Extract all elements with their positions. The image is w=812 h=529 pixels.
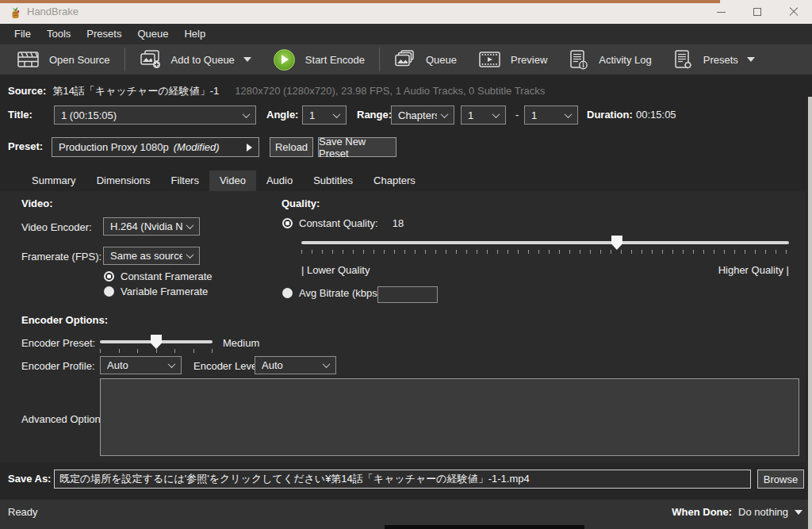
advanced-options-label: Advanced Options: bbox=[21, 413, 109, 425]
minimize-button[interactable] bbox=[703, 0, 739, 24]
chevron-down-icon bbox=[441, 110, 449, 118]
window-title: HandBrake bbox=[27, 0, 79, 24]
add-to-queue-button[interactable]: Add to Queue bbox=[128, 44, 262, 75]
constant-quality-radio[interactable]: Constant Quality: 18 bbox=[282, 217, 404, 229]
reload-button[interactable]: Reload bbox=[270, 137, 313, 157]
preset-select[interactable]: Production Proxy 1080p (Modified) bbox=[52, 137, 259, 157]
open-source-button[interactable]: Open Source bbox=[6, 44, 121, 75]
preview-button[interactable]: Preview bbox=[468, 44, 558, 75]
add-to-queue-label: Add to Queue bbox=[171, 54, 235, 66]
presets-dropdown-icon[interactable] bbox=[747, 57, 755, 62]
toolbar-separator bbox=[379, 48, 380, 71]
quality-slider-ticks bbox=[301, 250, 790, 254]
encoder-preset-slider-thumb[interactable] bbox=[151, 335, 162, 349]
encoder-level-label: Encoder Level: bbox=[193, 360, 262, 372]
menu-help[interactable]: Help bbox=[176, 24, 213, 44]
source-details: 1280x720 (1280x720), 23.98 FPS, 1 Audio … bbox=[235, 85, 545, 97]
add-to-queue-dropdown-icon[interactable] bbox=[243, 57, 251, 62]
menu-tools[interactable]: Tools bbox=[39, 24, 79, 44]
when-done-value: Do nothing bbox=[738, 506, 788, 518]
angle-select[interactable]: 1 bbox=[302, 105, 347, 125]
encoder-preset-value: Medium bbox=[223, 337, 259, 349]
tab-dimensions[interactable]: Dimensions bbox=[86, 171, 161, 191]
queue-button[interactable]: Queue bbox=[383, 44, 468, 75]
menubar: File Tools Presets Queue Help bbox=[0, 24, 812, 44]
source-label: Source: bbox=[8, 85, 46, 97]
log-document-icon bbox=[569, 50, 588, 70]
expand-right-icon bbox=[247, 144, 252, 151]
queue-label: Queue bbox=[426, 54, 457, 66]
save-new-preset-button[interactable]: Save New Preset bbox=[318, 137, 396, 157]
play-icon bbox=[274, 49, 295, 71]
variable-framerate-radio[interactable]: Variable Framerate bbox=[104, 286, 208, 297]
presets-button[interactable]: Presets bbox=[663, 44, 766, 75]
encoder-profile-select[interactable]: Auto bbox=[100, 356, 182, 374]
framerate-select[interactable]: Same as source bbox=[103, 247, 200, 265]
range-type-select[interactable]: Chapters bbox=[391, 105, 454, 125]
range-to-select[interactable]: 1 bbox=[524, 105, 578, 125]
chevron-down-icon bbox=[492, 110, 500, 118]
tab-subtitles[interactable]: Subtitles bbox=[303, 171, 363, 191]
save-as-input[interactable] bbox=[54, 470, 751, 489]
menu-presets[interactable]: Presets bbox=[79, 24, 129, 44]
film-slate-icon bbox=[17, 51, 39, 68]
quality-section-header: Quality: bbox=[282, 197, 320, 209]
constant-framerate-radio[interactable]: Constant Framerate bbox=[104, 270, 213, 282]
activity-log-button[interactable]: Activity Log bbox=[558, 44, 662, 75]
when-done-control[interactable]: When Done: Do nothing bbox=[672, 506, 802, 518]
range-from-select[interactable]: 1 bbox=[461, 105, 506, 125]
tab-chapters[interactable]: Chapters bbox=[363, 171, 426, 191]
avg-bitrate-radio[interactable]: Avg Bitrate (kbps): bbox=[282, 287, 384, 299]
higher-quality-label: Higher Quality | bbox=[714, 264, 789, 276]
radio-unselected-icon bbox=[282, 288, 293, 298]
title-select[interactable]: 1 (00:15:05) bbox=[54, 105, 256, 125]
source-row: Source: 第14話「キャッチャーの経験値」-1 1280x720 (128… bbox=[8, 84, 801, 98]
chevron-down-icon bbox=[323, 360, 331, 368]
tab-audio[interactable]: Audio bbox=[256, 171, 303, 191]
encoder-level-select[interactable]: Auto bbox=[255, 356, 336, 374]
video-tab-panel: Video: Video Encoder: H.264 (Nvidia NVEr… bbox=[0, 191, 806, 462]
start-encode-label: Start Encode bbox=[305, 54, 365, 66]
tab-video[interactable]: Video bbox=[209, 171, 256, 191]
menu-file[interactable]: File bbox=[6, 24, 39, 44]
right-edge-scrollbar[interactable] bbox=[808, 97, 812, 529]
save-as-label: Save As: bbox=[8, 470, 51, 489]
film-play-icon bbox=[479, 51, 500, 68]
tab-filters[interactable]: Filters bbox=[161, 171, 209, 191]
preview-label: Preview bbox=[511, 54, 547, 66]
lower-quality-label: | Lower Quality bbox=[301, 264, 370, 276]
video-encoder-label: Video Encoder: bbox=[21, 221, 92, 233]
quality-slider-thumb[interactable] bbox=[611, 236, 622, 250]
handbrake-window: HandBrake File Tools Presets Queue Help … bbox=[0, 0, 812, 529]
encoder-options-header: Encoder Options: bbox=[21, 314, 108, 326]
minimize-icon bbox=[717, 12, 726, 13]
maximize-button[interactable] bbox=[739, 0, 776, 24]
advanced-options-input[interactable] bbox=[100, 378, 799, 456]
chevron-down-icon bbox=[168, 360, 176, 368]
maximize-icon bbox=[753, 8, 761, 16]
menu-queue[interactable]: Queue bbox=[129, 24, 176, 44]
tab-summary[interactable]: Summary bbox=[21, 171, 86, 191]
start-encode-button[interactable]: Start Encode bbox=[262, 44, 376, 75]
tabstrip: Summary Dimensions Filters Video Audio S… bbox=[0, 171, 812, 191]
video-encoder-select[interactable]: H.264 (Nvidia NVEr bbox=[103, 217, 200, 236]
avg-bitrate-input[interactable] bbox=[377, 286, 438, 303]
open-source-label: Open Source bbox=[49, 54, 110, 66]
quality-slider[interactable] bbox=[301, 241, 789, 244]
encoder-preset-slider[interactable] bbox=[100, 340, 213, 343]
title-label: Title: bbox=[8, 105, 33, 125]
taskbar-sliver bbox=[385, 525, 584, 529]
activity-log-label: Activity Log bbox=[599, 54, 651, 66]
range-label: Range: bbox=[357, 105, 392, 125]
chevron-down-icon bbox=[333, 110, 341, 118]
chevron-down-icon bbox=[186, 251, 194, 259]
range-separator: - bbox=[515, 105, 519, 125]
radio-selected-icon bbox=[282, 218, 293, 228]
angle-label: Angle: bbox=[266, 105, 298, 125]
encoder-profile-label: Encoder Profile: bbox=[21, 360, 95, 372]
close-button[interactable] bbox=[776, 0, 812, 24]
toolbar: Open Source Add to Queue Start Encode Qu… bbox=[0, 44, 812, 75]
browse-button[interactable]: Browse bbox=[757, 470, 804, 489]
chevron-down-icon bbox=[243, 110, 251, 118]
preset-document-gear-icon bbox=[674, 50, 693, 70]
